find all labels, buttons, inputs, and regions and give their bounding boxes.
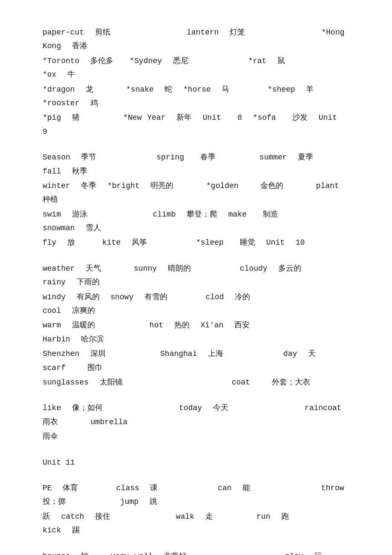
- text-line: *dragon 龙 *snake 蛇 *horse 马 *sheep 羊 *ro…: [43, 83, 349, 110]
- content-block-block4: like 像；如何 today 今天 raincoat 雨衣 umbrella雨…: [43, 401, 349, 443]
- text-line: paper-cut 剪纸 lantern 灯笼 *Hong Kong 香港: [43, 26, 349, 53]
- text-line: windy 有风的 snowy 有雪的 clod 冷的 cool 凉爽的: [43, 290, 349, 318]
- text-line: warm 温暖的 hot 热的 Xi'an 西安 Harbin 哈尔滨: [43, 318, 349, 346]
- page-content: paper-cut 剪纸 lantern 灯笼 *Hong Kong 香港*To…: [43, 26, 349, 555]
- text-line: Season 季节 spring 春季 summer 夏季 fall 秋季: [43, 150, 349, 178]
- content-block-block7: bounce 拍 very well 非常好 play 玩 pingpong 乒…: [43, 549, 349, 555]
- text-line: Unit 11: [43, 456, 349, 469]
- text-line: like 像；如何 today 今天 raincoat 雨衣 umbrella: [43, 401, 349, 429]
- content-block-block2: Season 季节 spring 春季 summer 夏季 fall 秋季win…: [43, 150, 349, 250]
- text-line: 跃 catch 接住 walk 走 run 跑 kick 踢: [43, 510, 349, 538]
- text-line: PE 体育 class 课 can 能 throw 投；掷 jump 跳: [43, 481, 349, 509]
- content-block-block3: weather 天气 sunny 晴朗的 cloudy 多云的 rainy 下雨…: [43, 262, 349, 390]
- text-line: sunglasses 太阳镜 coat 外套；大衣: [43, 376, 349, 389]
- text-line: swim 游泳 climb 攀登；爬 make 制造 snowman 雪人: [43, 208, 349, 235]
- text-line: Shenzhen 深圳 Shanghai 上海 day 天 scarf 围巾: [43, 347, 349, 375]
- text-line: *Toronto 多伦多 *Sydney 悉尼 *rat 鼠 *ox 牛: [43, 54, 349, 82]
- text-line: *pig 猪 *New Year 新年 Unit 8 *sofa 沙发 Unit…: [43, 111, 349, 139]
- content-block-block5: Unit 11: [43, 456, 349, 469]
- text-line: 雨伞: [43, 430, 349, 443]
- text-line: winter 冬季 *bright 明亮的 *golden 金色的 plant …: [43, 179, 349, 207]
- content-block-block6: PE 体育 class 课 can 能 throw 投；掷 jump 跳跃 ca…: [43, 481, 349, 538]
- content-block-block1: paper-cut 剪纸 lantern 灯笼 *Hong Kong 香港*To…: [43, 26, 349, 139]
- text-line: weather 天气 sunny 晴朗的 cloudy 多云的 rainy 下雨…: [43, 262, 349, 289]
- text-line: fly 放 kite 风筝 *sleep 睡觉 Unit 10: [43, 236, 349, 249]
- text-line: bounce 拍 very well 非常好 play 玩 pingpong 乒…: [43, 549, 349, 555]
